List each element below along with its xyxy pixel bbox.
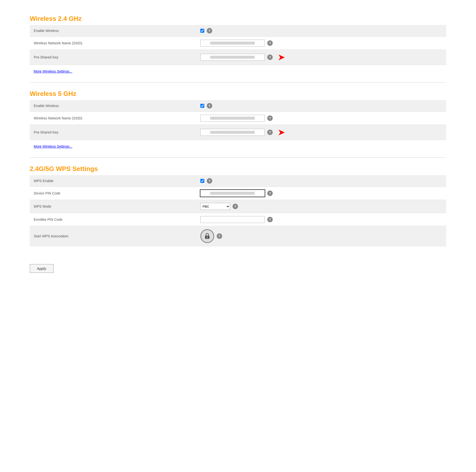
- table-row: WPS Mode PBC PIN ?: [30, 200, 446, 213]
- ssid-5-input[interactable]: [200, 115, 265, 122]
- start-wps-label: Start WPS Association: [30, 226, 196, 246]
- wps-mode-select[interactable]: PBC PIN: [200, 203, 230, 210]
- wps-mode-cell: PBC PIN ?: [196, 200, 446, 213]
- psk-5-input-wrapper: [200, 129, 265, 136]
- lock-icon: [204, 232, 211, 240]
- svg-rect-2: [207, 237, 208, 238]
- wps-enable-checkbox[interactable]: [200, 179, 204, 183]
- wps-enable-help[interactable]: ?: [207, 178, 212, 184]
- wireless-5-title: Wireless 5 GHz: [30, 90, 446, 98]
- psk-5-help[interactable]: ?: [267, 130, 273, 135]
- enrollee-pin-input[interactable]: [200, 216, 265, 223]
- divider-2: [30, 157, 446, 158]
- enable-wireless-5-label: Enable Wireless: [30, 100, 196, 112]
- ssid-24-input[interactable]: [200, 40, 265, 47]
- ssid-5-help[interactable]: ?: [267, 115, 273, 121]
- device-pin-input-wrapper: [200, 190, 265, 197]
- enable-wireless-5-cell: ?: [196, 100, 446, 112]
- enrollee-pin-cell: ?: [196, 213, 446, 226]
- enable-wireless-5-checkbox[interactable]: [200, 104, 204, 108]
- table-row: Enrollee PIN Code ?: [30, 213, 446, 226]
- ssid-5-cell: ?: [196, 112, 446, 125]
- ssid-24-input-wrapper: [200, 40, 265, 47]
- wps-enable-cell: ?: [196, 175, 446, 187]
- device-pin-cell: ?: [196, 187, 446, 200]
- wireless-5-table: Enable Wireless ? Wireless Network Name …: [30, 100, 446, 140]
- start-wps-help[interactable]: ?: [217, 233, 222, 239]
- table-row: Enable Wireless ?: [30, 100, 446, 112]
- wps-lock-button[interactable]: [200, 229, 214, 243]
- table-row: Wireless Network Name (SSID) ?: [30, 112, 446, 125]
- table-row: Start WPS Association ?: [30, 226, 446, 246]
- wps-mode-label: WPS Mode: [30, 200, 196, 213]
- table-row: WPS Enable ?: [30, 175, 446, 187]
- psk-24-input-wrapper: [200, 54, 265, 61]
- apply-button[interactable]: Apply: [30, 264, 54, 273]
- wps-mode-help[interactable]: ?: [233, 204, 238, 209]
- ssid-24-cell: ?: [196, 37, 446, 50]
- wps-table: WPS Enable ? Device PIN Code ? WPS Mode: [30, 175, 446, 246]
- device-pin-help[interactable]: ?: [267, 191, 273, 196]
- enable-wireless-24-checkbox[interactable]: [200, 29, 204, 33]
- enable-wireless-5-help[interactable]: ?: [207, 103, 212, 109]
- enrollee-pin-label: Enrollee PIN Code: [30, 213, 196, 226]
- psk-5-arrow: ➤: [278, 128, 285, 137]
- psk-24-arrow: ➤: [278, 53, 285, 62]
- table-row: Device PIN Code ?: [30, 187, 446, 200]
- psk-24-help[interactable]: ?: [267, 55, 273, 60]
- psk-5-cell: ? ➤: [196, 125, 446, 140]
- psk-24-label: Pre-Shared Key: [30, 50, 196, 65]
- more-wireless-5-link[interactable]: More Wireless Settings...: [34, 144, 72, 148]
- table-row: Pre-Shared Key ? ➤: [30, 50, 446, 65]
- psk-5-input[interactable]: [200, 129, 265, 136]
- divider-1: [30, 82, 446, 83]
- table-row: Enable Wireless ?: [30, 25, 446, 37]
- ssid-24-help[interactable]: ?: [267, 40, 273, 46]
- enrollee-pin-help[interactable]: ?: [267, 217, 273, 222]
- ssid-24-label: Wireless Network Name (SSID): [30, 37, 196, 50]
- device-pin-input[interactable]: [200, 190, 265, 197]
- enable-wireless-24-help[interactable]: ?: [207, 28, 212, 33]
- table-row: Wireless Network Name (SSID) ?: [30, 37, 446, 50]
- more-wireless-24-link[interactable]: More Wireless Settings...: [34, 69, 72, 73]
- psk-24-cell: ? ➤: [196, 50, 446, 65]
- wireless-24-table: Enable Wireless ? Wireless Network Name …: [30, 25, 446, 65]
- wireless-24-title: Wireless 2.4 GHz: [30, 15, 446, 23]
- ssid-5-input-wrapper: [200, 115, 265, 122]
- ssid-5-label: Wireless Network Name (SSID): [30, 112, 196, 125]
- enable-wireless-24-label: Enable Wireless: [30, 25, 196, 37]
- psk-5-label: Pre-Shared Key: [30, 125, 196, 140]
- wps-enable-label: WPS Enable: [30, 175, 196, 187]
- psk-24-input[interactable]: [200, 54, 265, 61]
- start-wps-cell: ?: [196, 226, 446, 246]
- wps-title: 2.4G/5G WPS Settings: [30, 165, 446, 173]
- device-pin-label: Device PIN Code: [30, 187, 196, 200]
- table-row: Pre-Shared Key ? ➤: [30, 125, 446, 140]
- enable-wireless-24-cell: ?: [196, 25, 446, 37]
